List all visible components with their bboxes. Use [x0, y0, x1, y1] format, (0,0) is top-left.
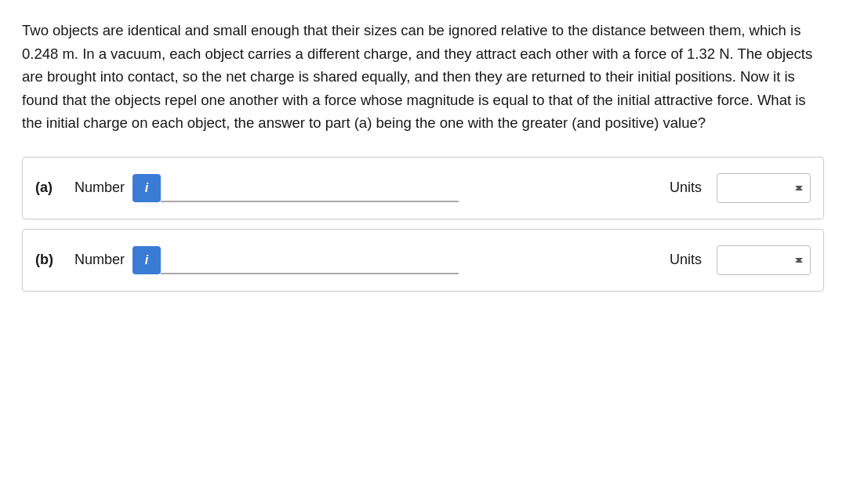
answer-row-b: (b) Number i Units	[22, 229, 824, 292]
units-label-a: Units	[670, 179, 709, 196]
units-group-a: Units	[670, 173, 811, 203]
input-group-a: Number i	[74, 174, 662, 202]
units-label-b: Units	[670, 252, 709, 268]
units-select-a[interactable]	[717, 173, 811, 203]
number-label-b: Number	[74, 252, 125, 268]
problem-statement: Two objects are identical and small enou…	[22, 22, 812, 131]
info-button-b[interactable]: i	[133, 246, 161, 274]
answer-row-a: (a) Number i Units	[22, 157, 824, 219]
number-label-a: Number	[74, 179, 125, 196]
part-label-b: (b)	[35, 252, 74, 268]
number-input-b[interactable]	[161, 246, 459, 274]
units-group-b: Units	[670, 245, 811, 275]
input-group-b: Number i	[74, 246, 662, 274]
problem-text: Two objects are identical and small enou…	[22, 19, 824, 135]
part-label-a: (a)	[35, 179, 74, 196]
number-input-a[interactable]	[161, 174, 459, 202]
info-button-a[interactable]: i	[133, 174, 161, 202]
units-select-b[interactable]	[717, 245, 811, 275]
